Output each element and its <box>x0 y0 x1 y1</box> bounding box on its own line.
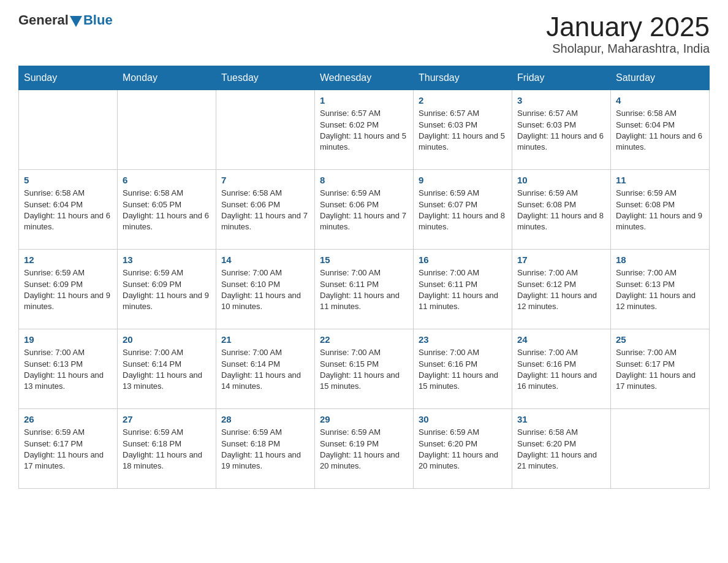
day-info: Sunrise: 7:00 AM Sunset: 6:15 PM Dayligh… <box>320 347 408 392</box>
calendar-cell: 7Sunrise: 6:58 AM Sunset: 6:06 PM Daylig… <box>216 170 315 250</box>
calendar-cell: 4Sunrise: 6:58 AM Sunset: 6:04 PM Daylig… <box>611 90 710 170</box>
day-info: Sunrise: 6:59 AM Sunset: 6:17 PM Dayligh… <box>24 427 112 472</box>
calendar-cell: 29Sunrise: 6:59 AM Sunset: 6:19 PM Dayli… <box>315 409 414 489</box>
calendar-header-thursday: Thursday <box>414 66 512 90</box>
page-title: January 2025 <box>546 12 710 42</box>
day-info: Sunrise: 7:00 AM Sunset: 6:13 PM Dayligh… <box>616 267 704 312</box>
day-info: Sunrise: 6:58 AM Sunset: 6:04 PM Dayligh… <box>616 108 704 153</box>
calendar-cell: 11Sunrise: 6:59 AM Sunset: 6:08 PM Dayli… <box>611 170 710 250</box>
calendar-cell <box>118 90 216 170</box>
day-number: 4 <box>616 95 704 105</box>
day-number: 30 <box>419 414 507 424</box>
calendar-cell: 23Sunrise: 7:00 AM Sunset: 6:16 PM Dayli… <box>414 329 512 409</box>
day-number: 26 <box>24 414 112 424</box>
day-info: Sunrise: 6:59 AM Sunset: 6:20 PM Dayligh… <box>419 427 507 472</box>
calendar-header-row: SundayMondayTuesdayWednesdayThursdayFrid… <box>19 66 710 90</box>
day-info: Sunrise: 6:59 AM Sunset: 6:09 PM Dayligh… <box>123 267 211 312</box>
day-number: 10 <box>517 175 605 185</box>
day-number: 17 <box>517 255 605 265</box>
calendar-header-sunday: Sunday <box>19 66 118 90</box>
calendar-cell: 13Sunrise: 6:59 AM Sunset: 6:09 PM Dayli… <box>118 250 216 329</box>
calendar-header-friday: Friday <box>512 66 611 90</box>
calendar-cell: 27Sunrise: 6:59 AM Sunset: 6:18 PM Dayli… <box>118 409 216 489</box>
calendar-week-row: 5Sunrise: 6:58 AM Sunset: 6:04 PM Daylig… <box>19 170 710 250</box>
calendar-cell <box>216 90 315 170</box>
title-block: January 2025 Sholapur, Maharashtra, Indi… <box>546 12 710 56</box>
day-number: 15 <box>320 255 408 265</box>
day-number: 31 <box>517 414 605 424</box>
day-number: 14 <box>221 255 309 265</box>
day-number: 9 <box>419 175 507 185</box>
day-number: 6 <box>123 175 211 185</box>
day-info: Sunrise: 6:58 AM Sunset: 6:04 PM Dayligh… <box>24 188 112 232</box>
calendar-cell: 20Sunrise: 7:00 AM Sunset: 6:14 PM Dayli… <box>118 329 216 409</box>
day-info: Sunrise: 6:57 AM Sunset: 6:02 PM Dayligh… <box>320 108 408 153</box>
calendar-cell <box>19 90 118 170</box>
calendar-header-tuesday: Tuesday <box>216 66 315 90</box>
day-number: 16 <box>419 255 507 265</box>
calendar-cell: 2Sunrise: 6:57 AM Sunset: 6:03 PM Daylig… <box>414 90 512 170</box>
day-number: 12 <box>24 255 112 265</box>
calendar-cell: 22Sunrise: 7:00 AM Sunset: 6:15 PM Dayli… <box>315 329 414 409</box>
day-number: 18 <box>616 255 704 265</box>
calendar-cell: 12Sunrise: 6:59 AM Sunset: 6:09 PM Dayli… <box>19 250 118 329</box>
calendar-cell: 26Sunrise: 6:59 AM Sunset: 6:17 PM Dayli… <box>19 409 118 489</box>
day-number: 1 <box>320 95 408 105</box>
day-number: 20 <box>123 334 211 345</box>
calendar-cell: 6Sunrise: 6:58 AM Sunset: 6:05 PM Daylig… <box>118 170 216 250</box>
day-info: Sunrise: 6:59 AM Sunset: 6:09 PM Dayligh… <box>24 267 112 312</box>
day-info: Sunrise: 7:00 AM Sunset: 6:14 PM Dayligh… <box>221 347 309 392</box>
calendar-week-row: 12Sunrise: 6:59 AM Sunset: 6:09 PM Dayli… <box>19 250 710 329</box>
day-info: Sunrise: 6:58 AM Sunset: 6:20 PM Dayligh… <box>517 427 605 472</box>
day-info: Sunrise: 7:00 AM Sunset: 6:17 PM Dayligh… <box>616 347 704 392</box>
day-info: Sunrise: 7:00 AM Sunset: 6:13 PM Dayligh… <box>24 347 112 392</box>
calendar-cell: 19Sunrise: 7:00 AM Sunset: 6:13 PM Dayli… <box>19 329 118 409</box>
day-info: Sunrise: 6:58 AM Sunset: 6:06 PM Dayligh… <box>221 188 309 232</box>
day-number: 2 <box>419 95 507 105</box>
calendar-cell: 18Sunrise: 7:00 AM Sunset: 6:13 PM Dayli… <box>611 250 710 329</box>
calendar-cell: 21Sunrise: 7:00 AM Sunset: 6:14 PM Dayli… <box>216 329 315 409</box>
day-info: Sunrise: 7:00 AM Sunset: 6:16 PM Dayligh… <box>517 347 605 392</box>
calendar-header-monday: Monday <box>118 66 216 90</box>
logo-blue-text: Blue <box>83 12 113 28</box>
calendar-cell: 30Sunrise: 6:59 AM Sunset: 6:20 PM Dayli… <box>414 409 512 489</box>
calendar-cell: 10Sunrise: 6:59 AM Sunset: 6:08 PM Dayli… <box>512 170 611 250</box>
calendar-week-row: 19Sunrise: 7:00 AM Sunset: 6:13 PM Dayli… <box>19 329 710 409</box>
day-info: Sunrise: 6:59 AM Sunset: 6:07 PM Dayligh… <box>419 188 507 232</box>
day-number: 19 <box>24 334 112 345</box>
day-number: 3 <box>517 95 605 105</box>
day-info: Sunrise: 6:59 AM Sunset: 6:08 PM Dayligh… <box>517 188 605 232</box>
calendar-header-saturday: Saturday <box>611 66 710 90</box>
day-number: 29 <box>320 414 408 424</box>
calendar-cell: 9Sunrise: 6:59 AM Sunset: 6:07 PM Daylig… <box>414 170 512 250</box>
day-info: Sunrise: 7:00 AM Sunset: 6:16 PM Dayligh… <box>419 347 507 392</box>
logo-triangle-icon <box>70 16 82 27</box>
calendar-cell: 17Sunrise: 7:00 AM Sunset: 6:12 PM Dayli… <box>512 250 611 329</box>
calendar-cell: 15Sunrise: 7:00 AM Sunset: 6:11 PM Dayli… <box>315 250 414 329</box>
day-info: Sunrise: 7:00 AM Sunset: 6:14 PM Dayligh… <box>123 347 211 392</box>
day-number: 23 <box>419 334 507 345</box>
day-info: Sunrise: 7:00 AM Sunset: 6:11 PM Dayligh… <box>419 267 507 312</box>
day-number: 8 <box>320 175 408 185</box>
calendar-cell: 24Sunrise: 7:00 AM Sunset: 6:16 PM Dayli… <box>512 329 611 409</box>
day-number: 7 <box>221 175 309 185</box>
calendar-table: SundayMondayTuesdayWednesdayThursdayFrid… <box>18 66 710 489</box>
calendar-cell: 8Sunrise: 6:59 AM Sunset: 6:06 PM Daylig… <box>315 170 414 250</box>
calendar-cell: 14Sunrise: 7:00 AM Sunset: 6:10 PM Dayli… <box>216 250 315 329</box>
day-number: 27 <box>123 414 211 424</box>
calendar-cell: 28Sunrise: 6:59 AM Sunset: 6:18 PM Dayli… <box>216 409 315 489</box>
logo-general-text: General <box>18 12 69 28</box>
day-number: 21 <box>221 334 309 345</box>
day-info: Sunrise: 6:58 AM Sunset: 6:05 PM Dayligh… <box>123 188 211 232</box>
page-subtitle: Sholapur, Maharashtra, India <box>546 42 710 56</box>
day-info: Sunrise: 6:59 AM Sunset: 6:06 PM Dayligh… <box>320 188 408 232</box>
day-number: 13 <box>123 255 211 265</box>
logo: General Blue <box>18 12 113 28</box>
day-number: 5 <box>24 175 112 185</box>
calendar-cell: 31Sunrise: 6:58 AM Sunset: 6:20 PM Dayli… <box>512 409 611 489</box>
day-info: Sunrise: 6:57 AM Sunset: 6:03 PM Dayligh… <box>517 108 605 153</box>
calendar-cell: 3Sunrise: 6:57 AM Sunset: 6:03 PM Daylig… <box>512 90 611 170</box>
day-number: 11 <box>616 175 704 185</box>
day-info: Sunrise: 6:59 AM Sunset: 6:19 PM Dayligh… <box>320 427 408 472</box>
day-info: Sunrise: 6:59 AM Sunset: 6:18 PM Dayligh… <box>123 427 211 472</box>
